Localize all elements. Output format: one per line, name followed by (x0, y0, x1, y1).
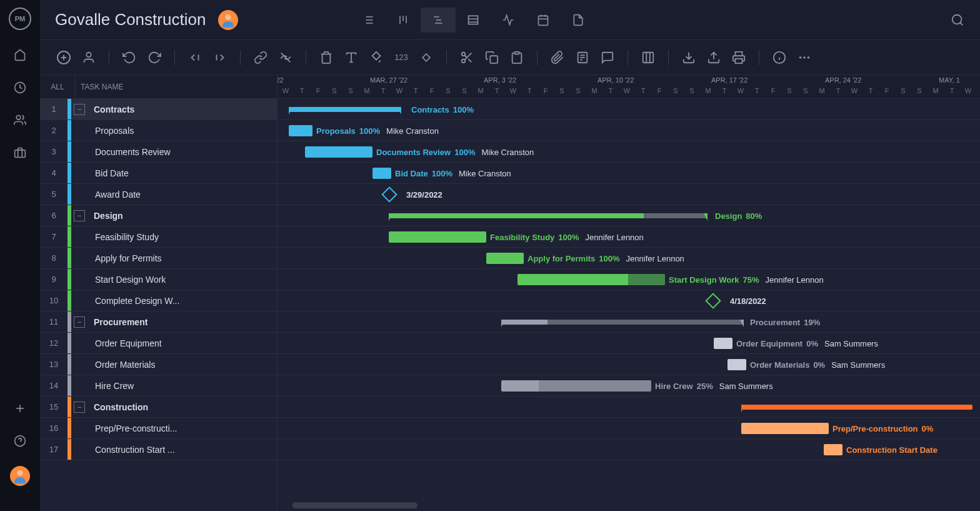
gantt-row[interactable]: 4/18/2022 (278, 290, 980, 311)
help-icon[interactable] (12, 433, 28, 448)
gantt-row[interactable]: Order Equipment0%Sam Summers (278, 333, 980, 354)
home-icon[interactable] (12, 48, 28, 63)
cut-button[interactable] (458, 49, 476, 66)
gantt-view-icon[interactable] (421, 8, 456, 33)
delete-button[interactable] (318, 49, 335, 66)
briefcase-icon[interactable] (12, 145, 28, 160)
search-icon[interactable] (950, 13, 965, 28)
task-row[interactable]: 8Apply for Permits (40, 248, 277, 269)
indent-button[interactable] (211, 49, 229, 66)
print-button[interactable] (730, 49, 748, 66)
gantt-row[interactable]: Construction Start Date (278, 439, 980, 460)
attachment-button[interactable] (549, 49, 566, 66)
task-row[interactable]: 1−Contracts (40, 99, 277, 120)
clock-icon[interactable] (12, 80, 28, 95)
gantt-bar[interactable] (486, 253, 524, 264)
file-view-icon[interactable] (561, 8, 596, 33)
milestone-button[interactable] (418, 49, 435, 66)
gantt-row[interactable] (278, 397, 980, 418)
task-row[interactable]: 5Award Date (40, 184, 277, 205)
more-button[interactable] (796, 49, 813, 66)
gantt-bar[interactable] (741, 423, 829, 434)
gantt-bar[interactable] (372, 168, 391, 179)
gantt-bar[interactable] (389, 213, 708, 218)
task-row[interactable]: 14Hire Crew (40, 375, 277, 397)
task-row[interactable]: 4Bid Date (40, 163, 277, 184)
number-button[interactable]: 123 (392, 49, 410, 66)
board-view-icon[interactable] (386, 8, 421, 33)
unlink-button[interactable] (277, 49, 294, 66)
columns-button[interactable] (639, 49, 657, 66)
add-button[interactable] (55, 49, 72, 66)
gantt-row[interactable]: Apply for Permits100%Jennifer Lennon (278, 248, 980, 269)
milestone-icon[interactable] (705, 293, 721, 308)
gantt-row[interactable]: Proposals100%Mike Cranston (278, 120, 980, 141)
gantt-bar[interactable] (289, 107, 401, 112)
gantt-row[interactable]: Hire Crew25%Sam Summers (278, 375, 980, 397)
gantt-bar[interactable] (714, 338, 732, 349)
gantt-row[interactable]: Feasibility Study100%Jennifer Lennon (278, 226, 980, 248)
task-row[interactable]: 6−Design (40, 205, 277, 226)
activity-view-icon[interactable] (491, 8, 526, 33)
outdent-button[interactable] (186, 49, 204, 66)
gantt-bar[interactable] (741, 405, 972, 410)
scrollbar[interactable] (292, 502, 418, 508)
user-avatar[interactable] (10, 466, 30, 486)
list-view-icon[interactable] (351, 8, 386, 33)
color-button[interactable] (368, 49, 385, 66)
text-style-button[interactable] (342, 49, 360, 66)
column-all[interactable]: ALL (40, 83, 75, 91)
gantt-bar[interactable] (289, 125, 312, 136)
gantt-bar[interactable] (389, 231, 486, 243)
task-row[interactable]: 13Order Materials (40, 354, 277, 375)
milestone-icon[interactable] (381, 186, 397, 202)
task-row[interactable]: 12Order Equipment (40, 333, 277, 354)
gantt-chart[interactable]: 20 '22MAR, 27 '22APR, 3 '22APR, 10 '22AP… (278, 75, 980, 511)
collapse-button[interactable]: − (74, 402, 85, 413)
gantt-row[interactable]: 3/29/2022 (278, 184, 980, 205)
info-button[interactable] (771, 49, 788, 66)
collapse-button[interactable]: − (74, 210, 85, 221)
gantt-bar[interactable] (305, 146, 372, 158)
export-button[interactable] (705, 49, 722, 66)
gantt-row[interactable]: Start Design Work75%Jennifer Lennon (278, 269, 980, 290)
gantt-bar[interactable] (518, 274, 665, 285)
gantt-bar[interactable] (824, 444, 842, 455)
gantt-bar[interactable] (501, 380, 651, 392)
task-row[interactable]: 15−Construction (40, 397, 277, 418)
task-row[interactable]: 3Documents Review (40, 141, 277, 163)
redo-button[interactable] (146, 49, 163, 66)
task-row[interactable]: 16Prep/Pre-constructi... (40, 418, 277, 439)
notes-button[interactable] (574, 49, 591, 66)
gantt-row[interactable]: Bid Date100%Mike Cranston (278, 163, 980, 184)
comment-button[interactable] (599, 49, 616, 66)
link-button[interactable] (252, 49, 269, 66)
task-row[interactable]: 2Proposals (40, 120, 277, 141)
logo[interactable]: PM (9, 8, 31, 30)
collapse-button[interactable]: − (74, 104, 85, 115)
import-button[interactable] (680, 49, 698, 66)
paste-button[interactable] (508, 49, 526, 66)
gantt-row[interactable]: Design80% (278, 205, 980, 226)
column-task-name[interactable]: TASK NAME (76, 83, 277, 91)
task-row[interactable]: 9Start Design Work (40, 269, 277, 290)
task-row[interactable]: 10Complete Design W... (40, 290, 277, 311)
gantt-bar[interactable] (501, 320, 744, 325)
gantt-row[interactable]: Prep/Pre-construction0% (278, 418, 980, 439)
gantt-row[interactable]: Documents Review100%Mike Cranston (278, 141, 980, 163)
project-avatar[interactable] (218, 10, 238, 30)
calendar-view-icon[interactable] (526, 8, 561, 33)
collapse-button[interactable]: − (74, 316, 85, 328)
gantt-row[interactable]: Order Materials0%Sam Summers (278, 354, 980, 375)
assign-button[interactable] (80, 49, 98, 66)
undo-button[interactable] (121, 49, 138, 66)
task-row[interactable]: 17Construction Start ... (40, 439, 277, 460)
task-row[interactable]: 7Feasibility Study (40, 226, 277, 248)
plus-icon[interactable] (12, 401, 28, 416)
task-row[interactable]: 11−Procurement (40, 311, 277, 333)
table-view-icon[interactable] (456, 8, 491, 33)
gantt-row[interactable]: Procurement19% (278, 311, 980, 333)
gantt-row[interactable]: Contracts100% (278, 99, 980, 120)
gantt-bar[interactable] (728, 359, 746, 370)
people-icon[interactable] (12, 113, 28, 128)
